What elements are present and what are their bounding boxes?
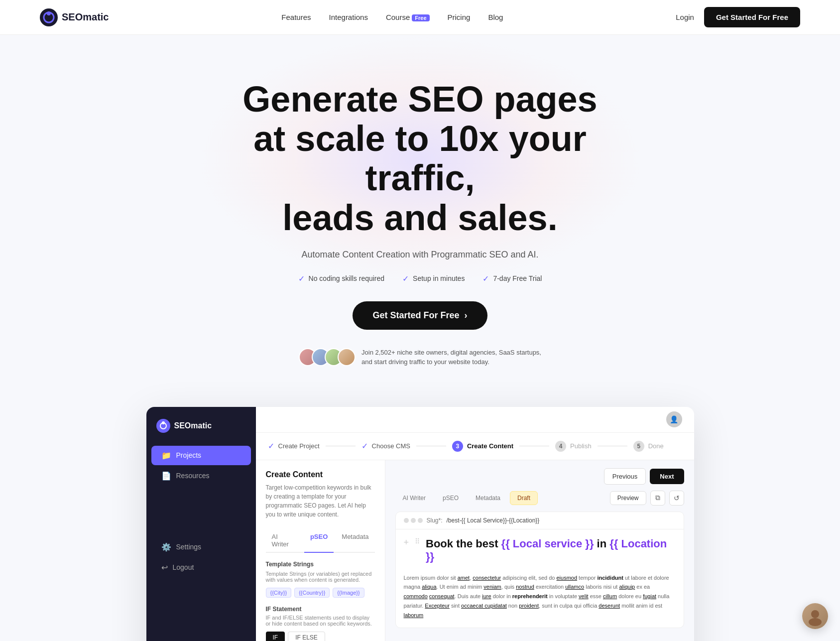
app-screenshot: SEOmatic 📁 Projects 📄 Resources ⚙️ Setti…	[146, 407, 694, 641]
refresh-button[interactable]: ↺	[669, 491, 684, 506]
social-text: Join 2,502+ niche site owners, digital a…	[361, 348, 541, 367]
check-icon-3: ✓	[482, 274, 489, 283]
step-divider-1	[326, 446, 356, 446]
section-tabs: AI Writer pSEO Metadata	[266, 529, 375, 553]
step-check-2: ✓	[361, 441, 368, 451]
sidebar-item-projects[interactable]: 📁 Projects	[151, 446, 251, 465]
hero-social-proof: Join 2,502+ niche site owners, digital a…	[20, 348, 820, 367]
arrow-icon: ›	[465, 310, 468, 321]
if-else-button[interactable]: IF ELSE	[288, 632, 325, 641]
sidebar-logo-icon	[156, 419, 170, 433]
check-no-coding: ✓ No coding skills required	[298, 274, 385, 283]
chat-widget[interactable]	[802, 603, 828, 629]
if-statement-desc: IF and IF/ELSE statements used to displa…	[266, 615, 375, 627]
logo-text: SEOmatic	[62, 11, 109, 23]
editor-card: Slug*: /best-{{ Local Service}}-{{Locati…	[395, 512, 684, 628]
tag-country: {{Country}}	[294, 588, 330, 598]
editor-right-actions: Preview ⧉ ↺	[610, 491, 684, 506]
svg-point-5	[162, 421, 165, 424]
resources-icon: 📄	[161, 471, 171, 481]
step-check-1: ✓	[268, 441, 274, 451]
template-strings-desc: Template Strings (or variables) get repl…	[266, 571, 375, 583]
slug-dots	[404, 518, 423, 523]
tab-ai-writer[interactable]: AI Writer	[266, 529, 302, 553]
svg-point-7	[809, 618, 822, 626]
draft-bar: AI Writer pSEO Metadata Draft Preview ⧉ …	[395, 491, 684, 506]
slug-dot-3	[418, 518, 423, 523]
sidebar-logo: SEOmatic	[146, 419, 256, 445]
sidebar-item-resources[interactable]: 📄 Resources	[151, 466, 251, 486]
hero-section: Generate SEO pages at scale to 10x your …	[0, 35, 840, 397]
next-button[interactable]: Next	[650, 469, 684, 484]
sidebar-item-settings[interactable]: ⚙️ Settings	[151, 537, 251, 557]
nav-cta-button[interactable]: Get Started For Free	[704, 7, 800, 27]
nav-item-course[interactable]: CourseFree	[386, 13, 430, 22]
previous-button[interactable]: Previous	[604, 468, 646, 485]
if-button[interactable]: IF	[266, 632, 285, 641]
tab-pseo[interactable]: pSEO	[304, 529, 334, 553]
hero-subtitle: Automate Content Creation with Programma…	[20, 250, 820, 260]
avatar-group	[299, 348, 356, 366]
sidebar-item-logout[interactable]: ↩ Logout	[151, 558, 251, 577]
app-main: 👤 ✓ Create Project ✓ Choose CMS 3 Create…	[256, 407, 694, 641]
if-else-buttons: IF IF ELSE	[266, 632, 375, 641]
topbar-avatar: 👤	[666, 411, 682, 427]
svg-point-6	[811, 610, 819, 618]
editor-drag-icon[interactable]: ⠿	[415, 537, 420, 545]
step-choose-cms: ✓ Choose CMS	[361, 441, 410, 451]
editor-body-text: Lorem ipsum dolor sit amet, consectetur …	[404, 573, 676, 620]
nav-right: Login Get Started For Free	[676, 7, 800, 27]
svg-point-3	[156, 419, 170, 433]
editor-add-icon[interactable]: +	[404, 537, 409, 548]
hero-cta-button[interactable]: Get Started For Free ›	[353, 301, 487, 330]
editor-title: Book the best {{ Local service }} in {{ …	[426, 537, 675, 563]
step-num-5: 5	[633, 441, 644, 452]
step-done: 5 Done	[633, 441, 664, 452]
if-statement-title: IF Statement	[266, 606, 375, 613]
step-divider-4	[598, 446, 627, 446]
slug-label: Slug*:	[427, 517, 443, 524]
svg-point-0	[40, 8, 58, 26]
preview-button[interactable]: Preview	[610, 491, 646, 505]
step-num-3: 3	[452, 441, 463, 452]
slug-dot-1	[404, 518, 409, 523]
draft-tab-metadata[interactable]: Metadata	[468, 491, 508, 505]
right-header-actions: Previous Next	[604, 468, 684, 485]
step-create-content: 3 Create Content	[452, 441, 513, 452]
draft-tab-draft[interactable]: Draft	[510, 491, 538, 505]
app-sidebar: SEOmatic 📁 Projects 📄 Resources ⚙️ Setti…	[146, 407, 256, 641]
slug-bar: Slug*: /best-{{ Local Service}}-{{Locati…	[396, 512, 684, 529]
tab-metadata[interactable]: Metadata	[336, 529, 374, 553]
projects-icon: 📁	[161, 451, 171, 460]
slug-dot-2	[411, 518, 416, 523]
draft-tab-ai-writer[interactable]: AI Writer	[395, 491, 433, 505]
draft-tab-pseo[interactable]: pSEO	[435, 491, 466, 505]
logo: SEOmatic	[40, 8, 109, 26]
create-content-desc: Target low-competition keywords in bulk …	[266, 483, 375, 519]
course-free-badge: Free	[412, 14, 429, 21]
navigation: SEOmatic Features Integrations CourseFre…	[0, 0, 840, 35]
app-topbar: 👤	[256, 407, 694, 433]
nav-item-features[interactable]: Features	[281, 13, 311, 22]
left-panel: Create Content Target low-competition ke…	[256, 460, 385, 641]
right-panel: Previous Next AI Writer pSEO Metadata Dr…	[385, 460, 694, 641]
nav-item-integrations[interactable]: Integrations	[329, 13, 368, 22]
nav-item-blog[interactable]: Blog	[488, 13, 503, 22]
copy-button[interactable]: ⧉	[650, 491, 665, 506]
step-num-4: 4	[555, 441, 566, 452]
tag-city: {{City}}	[266, 588, 292, 598]
nav-item-pricing[interactable]: Pricing	[448, 13, 471, 22]
step-create-project: ✓ Create Project	[268, 441, 320, 451]
logout-icon: ↩	[161, 563, 168, 572]
avatar-4	[338, 348, 356, 366]
step-publish: 4 Publish	[555, 441, 592, 452]
stepper: ✓ Create Project ✓ Choose CMS 3 Create C…	[256, 433, 694, 460]
nav-links: Features Integrations CourseFree Pricing…	[281, 13, 503, 22]
check-icon-1: ✓	[298, 274, 305, 283]
svg-point-2	[47, 11, 51, 15]
settings-icon: ⚙️	[161, 542, 171, 552]
tag-image: {{Image}}	[333, 588, 364, 598]
create-content-title: Create Content	[266, 470, 375, 479]
app-content: Create Content Target low-competition ke…	[256, 460, 694, 641]
login-button[interactable]: Login	[676, 13, 694, 21]
